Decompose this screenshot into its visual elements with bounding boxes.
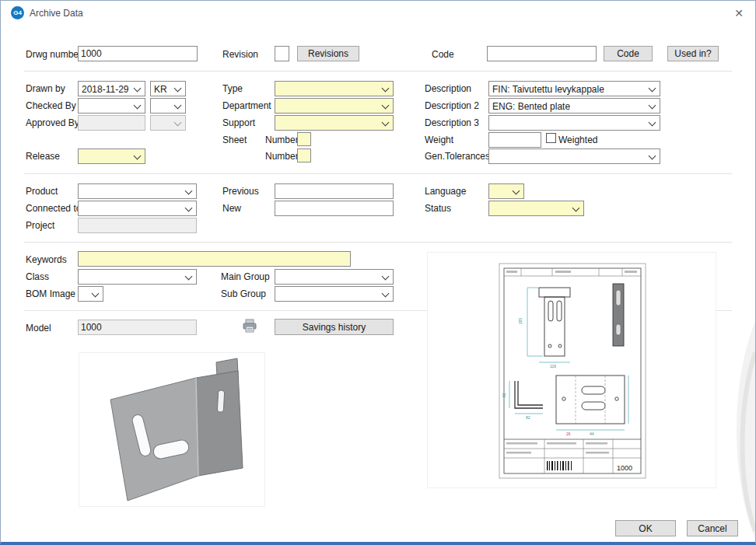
- chevron-down-icon: [382, 290, 390, 298]
- chevron-down-icon: [382, 119, 390, 127]
- weight-input[interactable]: [488, 132, 541, 148]
- description3-combo[interactable]: [488, 115, 660, 131]
- sheet-number2-label: Number: [265, 151, 299, 162]
- gen-tolerances-combo[interactable]: [488, 148, 660, 164]
- chevron-down-icon: [134, 152, 142, 160]
- app-icon: G4: [11, 6, 24, 19]
- drwg-number-input[interactable]: [78, 46, 198, 61]
- sub-group-combo[interactable]: [275, 286, 394, 302]
- chevron-down-icon: [382, 102, 390, 110]
- description-label: Description: [425, 83, 471, 94]
- previous-input[interactable]: [275, 183, 394, 199]
- department-label: Department: [222, 100, 271, 111]
- revision-input[interactable]: [275, 46, 289, 61]
- status-combo[interactable]: [488, 201, 584, 216]
- chevron-down-icon: [185, 273, 193, 281]
- drawn-by-label: Drawn by: [26, 83, 65, 94]
- chevron-down-icon: [382, 85, 390, 93]
- department-combo[interactable]: [275, 98, 394, 114]
- cancel-button[interactable]: Cancel: [687, 520, 738, 536]
- drawn-date-combo[interactable]: 2018-11-29: [78, 81, 145, 96]
- connected-to-label: Connected to: [26, 203, 81, 214]
- watermark-graphic: [701, 321, 755, 539]
- chevron-down-icon: [174, 102, 182, 110]
- new-input[interactable]: [275, 201, 394, 216]
- release-label: Release: [26, 151, 60, 162]
- checked-initials-combo[interactable]: [150, 98, 186, 114]
- class-label: Class: [26, 271, 49, 282]
- bom-image-label: BOM Image: [26, 288, 75, 299]
- description-combo[interactable]: FIN: Taivutettu levykappale: [488, 81, 660, 96]
- description2-combo[interactable]: ENG: Bented plate: [488, 98, 660, 114]
- approved-date-input: [78, 115, 145, 131]
- window-title: Archive Data: [30, 8, 83, 19]
- main-group-combo[interactable]: [275, 269, 394, 285]
- model-input: [78, 320, 197, 335]
- previous-label: Previous: [222, 186, 259, 197]
- status-label: Status: [425, 203, 451, 214]
- chevron-down-icon: [649, 85, 656, 93]
- class-combo[interactable]: [78, 269, 197, 285]
- chevron-down-icon: [185, 187, 193, 195]
- type-label: Type: [222, 83, 243, 94]
- close-icon[interactable]: ✕: [730, 5, 747, 22]
- chevron-down-icon: [513, 187, 520, 195]
- keywords-label: Keywords: [26, 254, 67, 265]
- chevron-down-icon: [134, 102, 142, 110]
- drawing-sheet: 185 116 62 82: [428, 253, 716, 487]
- chevron-down-icon: [649, 102, 656, 110]
- drawn-initials-combo[interactable]: KR: [150, 81, 186, 96]
- main-group-label: Main Group: [221, 271, 270, 282]
- keywords-input[interactable]: [78, 251, 351, 267]
- product-label: Product: [26, 186, 58, 197]
- model-label: Model: [26, 323, 51, 334]
- dim-text: 62: [502, 393, 506, 397]
- checked-by-label: Checked By: [26, 100, 76, 111]
- sheet-number-input[interactable]: [297, 132, 311, 146]
- type-combo[interactable]: [275, 81, 394, 96]
- ok-button[interactable]: OK: [615, 520, 676, 536]
- sheet-number2-input[interactable]: [297, 148, 311, 162]
- archive-data-dialog: G4 Archive Data ✕ Drwg number Revision R…: [0, 0, 756, 545]
- dim-text: 82: [526, 415, 530, 420]
- gen-tolerances-label: Gen.Tolerances: [425, 151, 490, 162]
- used-in-button[interactable]: Used in?: [667, 46, 719, 61]
- weighted-label: Weighted: [558, 135, 597, 145]
- product-combo[interactable]: [78, 183, 197, 199]
- section-divider: [24, 173, 732, 174]
- description3-label: Description 3: [425, 117, 479, 128]
- savings-history-button[interactable]: Savings history: [275, 319, 394, 335]
- drawing-number-text: 1000: [617, 464, 632, 472]
- sheet-number-label: Number: [265, 135, 299, 145]
- chevron-down-icon: [185, 204, 193, 212]
- drwg-number-label: Drwg number: [26, 49, 82, 60]
- approved-by-label: Approved By: [26, 117, 79, 128]
- project-label: Project: [26, 220, 54, 231]
- chevron-down-icon: [572, 204, 580, 212]
- description-value: FIN: Taivutettu levykappale: [492, 84, 647, 95]
- printer-icon[interactable]: [241, 317, 258, 334]
- dim-text: 185: [518, 317, 523, 324]
- code-input[interactable]: [487, 46, 597, 61]
- revisions-button[interactable]: Revisions: [297, 46, 359, 61]
- description2-value: ENG: Bented plate: [492, 101, 647, 112]
- model-preview-image: [79, 352, 265, 507]
- code-label: Code: [432, 49, 454, 60]
- sheet-label: Sheet: [222, 135, 247, 145]
- bom-image-combo[interactable]: [78, 286, 103, 302]
- release-combo[interactable]: [78, 148, 145, 164]
- support-combo[interactable]: [275, 115, 394, 131]
- weighted-checkbox[interactable]: [546, 133, 556, 143]
- connected-to-combo[interactable]: [78, 201, 197, 216]
- new-label: New: [222, 203, 241, 214]
- chevron-down-icon: [382, 273, 390, 281]
- chevron-down-icon: [649, 152, 656, 160]
- dim-text: 26: [566, 431, 571, 436]
- drawn-initials-value: KR: [154, 84, 173, 95]
- bracket-3d-render: [79, 353, 264, 506]
- section-divider: [24, 242, 732, 243]
- language-combo[interactable]: [488, 183, 524, 199]
- support-label: Support: [222, 117, 255, 128]
- checked-date-combo[interactable]: [78, 98, 145, 114]
- code-button[interactable]: Code: [604, 46, 653, 61]
